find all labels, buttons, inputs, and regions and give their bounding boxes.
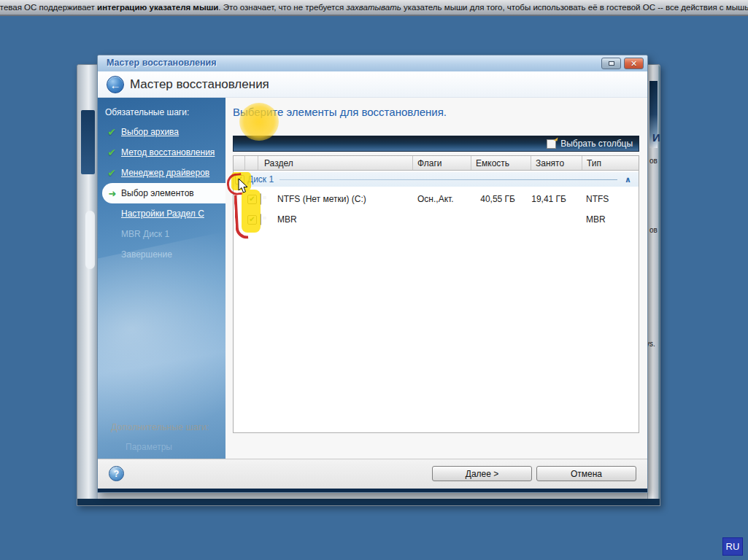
table-row-ntfs-partition[interactable]: NTFS (Нет метки) (C:) Осн.,Акт. 40,55 ГБ…: [234, 191, 639, 207]
partition-icon: [260, 193, 261, 205]
back-arrow-icon: ←: [110, 79, 121, 90]
vm-info-bar: стевая ОС поддерживает интеграцию указат…: [0, 0, 748, 16]
collapse-chevron-icon[interactable]: ∧: [625, 176, 631, 184]
background-window-left-panel: [81, 110, 95, 174]
step-done-check-icon: ✔: [105, 147, 118, 158]
select-columns-button[interactable]: Выбрать столбцы: [560, 139, 633, 149]
recovery-wizard-dialog: Мастер восстановления ✕ ← Мастер восстан…: [97, 55, 648, 493]
dialog-bottom-border: [98, 489, 647, 492]
dialog-header: ← Мастер восстановления: [98, 71, 647, 98]
background-text-fragment: ов: [649, 227, 658, 234]
partition-type: NTFS: [582, 194, 639, 204]
back-button[interactable]: ←: [107, 76, 124, 93]
partition-flags: Осн.,Акт.: [413, 194, 471, 204]
column-icon-header: [245, 156, 258, 170]
sidebar-item-driver-manager[interactable]: ✔ Менеджер драйверов: [98, 163, 225, 183]
dialog-footer: ? Далее > Отмена: [98, 459, 647, 489]
table-row-mbr[interactable]: MBR MBR: [234, 211, 639, 228]
disk1-checkbox-checked[interactable]: [235, 175, 244, 184]
page-title: Выберите элементы для восстановления.: [233, 106, 639, 118]
restore-window-button[interactable]: [601, 58, 621, 69]
partition-icon: [260, 214, 261, 225]
row-checkbox-cell: [234, 215, 260, 225]
help-button[interactable]: ?: [109, 466, 124, 481]
background-text-fragment: И: [652, 132, 660, 143]
sidebar-item-label: Метод восстановления: [121, 147, 215, 158]
sidebar-item-label: Выбор элементов: [121, 188, 194, 198]
sidebar-item-label: Выбор архива: [121, 127, 179, 137]
partition-name: MBR: [273, 214, 413, 225]
close-window-button[interactable]: ✕: [624, 58, 644, 69]
current-step-arrow-icon: ➜: [106, 188, 119, 199]
mbr-checkbox-checked[interactable]: [247, 215, 257, 225]
partitions-table: Раздел Флаги Емкость Занято Тип Диск 1 ∧…: [233, 155, 639, 433]
sidebar-item-finish: Завершение: [98, 244, 225, 265]
restore-icon: [609, 61, 614, 66]
column-header-flags[interactable]: Флаги: [413, 156, 471, 170]
sidebar-item-item-selection[interactable]: ➜ Выбор элементов: [102, 183, 225, 203]
select-columns-icon: [547, 139, 556, 149]
row-checkbox-cell: [234, 195, 260, 204]
wizard-steps-sidebar: Обязательные шаги: ✔ Выбор архива ✔ Мето…: [98, 98, 225, 459]
sidebar-item-archive-selection[interactable]: ✔ Выбор архива: [98, 122, 225, 142]
next-button[interactable]: Далее >: [432, 466, 532, 481]
background-window-bottom-edge: [77, 499, 660, 505]
table-header-row: Раздел Флаги Емкость Занято Тип: [234, 156, 639, 171]
sidebar-item-partition-c-settings[interactable]: Настройки Раздел C: [98, 203, 225, 224]
close-icon: ✕: [631, 60, 637, 68]
sidebar-item-mbr-disk1: MBR Диск 1: [98, 224, 225, 244]
table-toolbar: Выбрать столбцы: [233, 136, 639, 152]
wizard-heading: Мастер восстановления: [130, 77, 269, 92]
disk-group-row[interactable]: Диск 1 ∧: [234, 172, 639, 187]
wizard-content: Выберите элементы для восстановления. Вы…: [225, 98, 647, 459]
step-done-check-icon: ✔: [105, 167, 118, 179]
partition-capacity: 40,55 ГБ: [471, 194, 531, 204]
group-divider-line: [279, 179, 617, 180]
column-header-used[interactable]: Занято: [531, 156, 582, 170]
partition-icon-cell: [260, 194, 273, 204]
cancel-button[interactable]: Отмена: [536, 466, 636, 481]
required-steps-header: Обязательные шаги:: [98, 98, 225, 122]
sidebar-item-label: Настройки Раздел C: [121, 209, 204, 219]
sidebar-item-label: MBR Диск 1: [121, 229, 169, 239]
column-header-capacity[interactable]: Емкость: [471, 156, 531, 170]
column-checkbox-header: [234, 156, 245, 170]
question-mark-icon: ?: [114, 469, 119, 479]
disk-group-label: Диск 1: [247, 174, 274, 184]
background-window-left-scrollbar: [85, 211, 95, 269]
dialog-title: Мастер восстановления: [107, 58, 217, 68]
language-indicator[interactable]: RU: [722, 537, 743, 556]
vm-info-text: стевая ОС поддерживает интеграцию указат…: [0, 0, 748, 15]
sidebar-item-recovery-method[interactable]: ✔ Метод восстановления: [98, 142, 225, 163]
partition-icon-cell: [260, 214, 273, 225]
column-header-partition[interactable]: Раздел: [258, 156, 413, 170]
column-header-type[interactable]: Тип: [582, 156, 639, 170]
partition-type: MBR: [582, 214, 639, 225]
partition-name: NTFS (Нет метки) (C:): [273, 194, 413, 204]
optional-steps-header-faint: Дополнительные шаги:: [111, 422, 209, 432]
dialog-titlebar[interactable]: Мастер восстановления ✕: [98, 55, 647, 71]
sidebar-item-label: Менеджер драйверов: [121, 168, 209, 178]
optional-step-faint: Параметры: [126, 442, 172, 452]
ntfs-checkbox-checked[interactable]: [247, 195, 257, 204]
background-text-fragment: ов: [649, 158, 658, 165]
partition-used: 19,41 ГБ: [531, 194, 582, 204]
step-done-check-icon: ✔: [105, 126, 118, 138]
sidebar-item-label: Завершение: [121, 249, 172, 260]
